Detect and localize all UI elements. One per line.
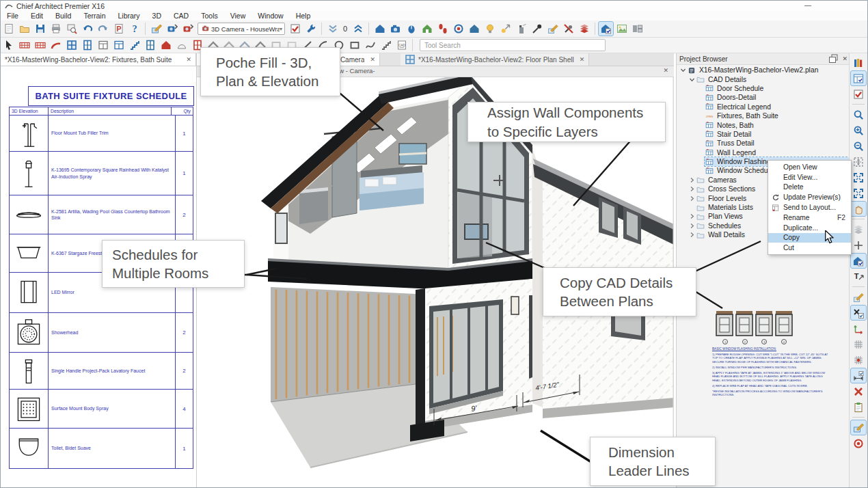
niche-dome-button[interactable] — [174, 38, 189, 52]
tree-item-wall-legend[interactable]: Wall Legend — [677, 148, 850, 157]
display-options-button[interactable] — [599, 22, 613, 36]
cabinet-button[interactable] — [96, 38, 110, 52]
delete-button[interactable] — [851, 384, 866, 398]
backdrop-button[interactable] — [614, 22, 629, 36]
chevron-right-icon[interactable] — [688, 195, 696, 202]
edit-area-button[interactable] — [851, 420, 866, 435]
chevron-down-icon[interactable] — [679, 67, 687, 73]
elevation-camera-button[interactable] — [372, 22, 387, 36]
close-icon[interactable]: ✕ — [580, 56, 585, 63]
rectangle-button[interactable] — [347, 38, 362, 52]
layout-page-button[interactable]: P — [111, 22, 126, 36]
menu-window[interactable]: Window — [252, 11, 289, 21]
wall-button[interactable] — [17, 38, 31, 52]
pan-hand-button[interactable] — [851, 202, 866, 216]
context-menu-cut[interactable]: Cut — [768, 243, 851, 253]
preferences-checkbox-button[interactable] — [288, 22, 302, 36]
tab-floor-plan-shell[interactable]: *X16-MasterWing-Bachelor-View2: Floor Pl… — [401, 53, 589, 66]
context-menu-update-preview-s-[interactable]: Update Preview(s) — [768, 192, 851, 202]
sun-light-button[interactable] — [483, 22, 497, 36]
stairs-button[interactable] — [127, 38, 141, 52]
close-icon[interactable]: ✕ — [186, 56, 191, 63]
print-button[interactable] — [49, 22, 63, 36]
tree-item-electrical-legend[interactable]: Electrical Legend — [677, 103, 850, 111]
menu-cad[interactable]: CAD — [167, 11, 195, 21]
tree-item-fixtures-bath-suite[interactable]: OPENFixtures, Bath Suite — [677, 111, 850, 120]
tree-item-cad-details[interactable]: CAD Details — [677, 74, 850, 83]
fill-window-button[interactable] — [851, 154, 866, 169]
select-arrow-button[interactable] — [1, 38, 16, 52]
spray-material-button[interactable] — [514, 22, 528, 36]
dimension-defaults-button[interactable] — [851, 368, 866, 383]
context-menu-rename[interactable]: RenameF2 — [768, 213, 851, 223]
help-button[interactable]: ? — [127, 22, 141, 36]
adjust-materials-button[interactable] — [545, 22, 560, 36]
context-menu-send-to-layout-[interactable]: Send to Layout... — [768, 202, 851, 213]
curved-wall-button[interactable] — [49, 38, 63, 52]
undo-button[interactable] — [80, 22, 94, 36]
menu-view[interactable]: View — [224, 11, 252, 21]
edit-render-button[interactable] — [149, 22, 163, 36]
selection-options-button[interactable] — [851, 306, 866, 320]
expand-view-button[interactable] — [851, 170, 866, 185]
adjust-lights-button[interactable] — [498, 22, 513, 36]
floor-down-button[interactable] — [325, 22, 340, 36]
menu-help[interactable]: Help — [290, 11, 317, 21]
context-menu-edit-view-[interactable]: Edit View... — [768, 172, 851, 182]
chevron-right-icon[interactable] — [688, 232, 696, 238]
grid-display-button[interactable] — [851, 337, 866, 351]
close-icon[interactable]: ✕ — [842, 55, 847, 62]
cad-axes-button[interactable] — [851, 321, 866, 336]
context-menu-duplicate-[interactable]: Duplicate... — [768, 223, 851, 233]
zoom-out-button[interactable] — [851, 139, 866, 153]
interior-wall-button[interactable] — [33, 38, 47, 52]
context-menu-open-view[interactable]: Open View — [768, 162, 851, 172]
tree-item-door-schedule[interactable]: Door Schedule — [677, 84, 850, 93]
text-leader-button[interactable]: T — [851, 269, 866, 284]
record-camera-button[interactable] — [851, 436, 866, 450]
library-browser-button[interactable] — [851, 55, 866, 70]
orbit-camera-button[interactable] — [404, 22, 418, 36]
dock-icon[interactable] — [828, 53, 839, 64]
floor-up-button[interactable] — [351, 22, 365, 36]
chevron-right-icon[interactable] — [688, 213, 696, 219]
door-button[interactable] — [80, 38, 94, 52]
chevron-right-icon[interactable] — [688, 177, 696, 183]
layer-sets-button[interactable] — [851, 222, 866, 236]
selected-object-zoom-button[interactable] — [851, 107, 866, 122]
menu-terrain[interactable]: Terrain — [77, 11, 111, 21]
context-menu-delete[interactable]: Delete — [768, 182, 851, 193]
spline-button[interactable] — [363, 38, 377, 52]
tree-item-truss-detail[interactable]: Truss Detail — [677, 139, 850, 148]
eyedropper-button[interactable] — [530, 22, 544, 36]
camera-selector-dropdown[interactable]: 3D Camera - HouseWrap▾ — [198, 23, 285, 35]
clipboard-button[interactable] — [851, 400, 866, 414]
save-button[interactable] — [33, 22, 47, 36]
draw-line-button[interactable] — [851, 290, 866, 304]
menu-library[interactable]: Library — [111, 11, 146, 21]
context-menu-copy[interactable]: Copy — [768, 233, 851, 243]
fullscreen-button[interactable] — [851, 186, 866, 200]
redo-button[interactable] — [96, 22, 110, 36]
layers-red-button[interactable] — [577, 22, 591, 36]
settings-wrench-button[interactable] — [303, 22, 318, 36]
chevron-right-icon[interactable] — [688, 186, 696, 192]
walkthrough-button[interactable] — [435, 22, 450, 36]
menu-tools[interactable]: Tools — [195, 11, 224, 21]
tab-fixtures-bath-suite[interactable]: *X16-MasterWing-Bachelor-View2: Fixtures… — [1, 53, 196, 66]
menu-file[interactable]: File — [1, 11, 25, 21]
close-icon[interactable]: ✕ — [370, 56, 375, 63]
object-snaps-button[interactable] — [851, 353, 866, 367]
save-camera-button[interactable] — [165, 22, 179, 36]
cad-detail-button[interactable]: CAD — [394, 38, 409, 52]
save-camera-red-button[interactable] — [180, 22, 195, 36]
record-walkthrough-button[interactable] — [451, 22, 465, 36]
interior-door-button[interactable] — [143, 38, 157, 52]
minimize-button[interactable]: — — [798, 1, 818, 10]
menu-edit[interactable]: Edit — [25, 11, 49, 21]
project-browser-button[interactable] — [851, 71, 866, 85]
window-button[interactable] — [64, 38, 79, 52]
close-icon[interactable]: ✕ — [663, 67, 668, 74]
zoom-in-button[interactable] — [851, 123, 866, 137]
render-view-button[interactable] — [420, 22, 434, 36]
